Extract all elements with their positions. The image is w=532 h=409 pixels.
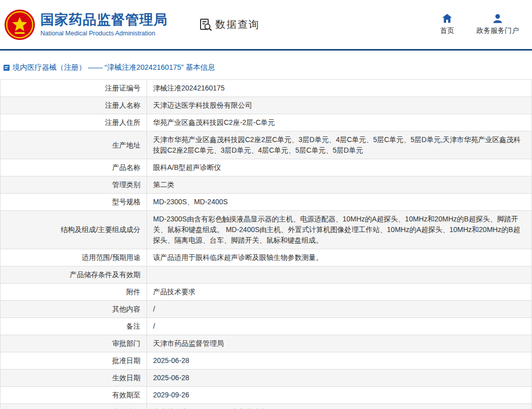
row-value: / bbox=[147, 301, 532, 318]
row-value: 产品技术要求 bbox=[147, 284, 532, 301]
row-label: 变更情况 bbox=[1, 404, 147, 409]
table-row: 批准日期 2025-06-28 bbox=[1, 352, 532, 370]
row-label: 管理类别 bbox=[1, 176, 147, 194]
table-row: 注册人名称 天津迈达医学科技股份有限公司 bbox=[1, 97, 532, 114]
row-label: 其他内容 bbox=[1, 301, 147, 318]
row-label: 生效日期 bbox=[1, 370, 147, 387]
row-value: 眼科A/B型超声诊断仪 bbox=[147, 159, 532, 176]
row-value: 2029-09-26 bbox=[147, 387, 532, 404]
house-icon bbox=[442, 14, 452, 23]
row-value: 天津市华苑产业区鑫茂科技园C2座2层C单元、3层D单元、4层C单元、5层C单元、… bbox=[147, 131, 532, 159]
table-row: 审批部门 天津市药品监督管理局 bbox=[1, 335, 532, 352]
row-value: 2025-06-28 bbox=[147, 370, 532, 387]
info-table-body: 注册证编号 津械注准20242160175 注册人名称 天津迈达医学科技股份有限… bbox=[1, 80, 532, 409]
row-label: 注册人住所 bbox=[1, 114, 147, 131]
row-label: 产品储存条件及有效期 bbox=[1, 266, 147, 284]
table-row: 产品储存条件及有效期 bbox=[1, 266, 532, 284]
row-label: 产品名称 bbox=[1, 159, 147, 176]
row-value: 该产品适用于眼科临床超声诊断及眼轴生物参数测量。 bbox=[147, 249, 532, 266]
portal-nav[interactable]: 政务服务门户 bbox=[476, 14, 519, 35]
row-label: 型号规格 bbox=[1, 194, 147, 211]
row-value: 天津市药品监督管理局 bbox=[147, 335, 532, 352]
table-row: 注册人住所 华苑产业区鑫茂科技园C2座-2层-C单元 bbox=[1, 114, 532, 131]
row-value bbox=[147, 266, 532, 284]
table-row: 生产地址 天津市华苑产业区鑫茂科技园C2座2层C单元、3层D单元、4层C单元、5… bbox=[1, 131, 532, 159]
data-query-label: 数据查询 bbox=[215, 18, 260, 31]
row-value: 津械注准20242160175 bbox=[147, 80, 532, 97]
data-query-nav[interactable]: 数据查询 bbox=[199, 18, 260, 31]
row-label: 注册证编号 bbox=[1, 80, 147, 97]
brand-text: 国家药品监督管理局 National Medical Products Admi… bbox=[40, 12, 168, 36]
row-value: 天津迈达医学科技股份有限公司 bbox=[147, 97, 532, 114]
table-row: 有效期至 2029-09-26 bbox=[1, 387, 532, 404]
row-label: 批准日期 bbox=[1, 352, 147, 370]
row-value: MD-2300S由含有彩色触摸液晶显示器的主机、电源适配器、10MHz的A超探头… bbox=[147, 211, 532, 249]
row-label: 备注 bbox=[1, 318, 147, 335]
row-label: 生产地址 bbox=[1, 131, 147, 159]
row-value: 生产地址变更 20250628,生产地址变更 20250628 bbox=[147, 404, 532, 409]
table-row: 变更情况 生产地址变更 20250628,生产地址变更 20250628 bbox=[1, 404, 532, 409]
row-value: 2025-06-28 bbox=[147, 352, 532, 370]
home-label: 首页 bbox=[440, 26, 454, 35]
registration-info-table: 注册证编号 津械注准20242160175 注册人名称 天津迈达医学科技股份有限… bbox=[0, 79, 532, 409]
table-row: 产品名称 眼科A/B型超声诊断仪 bbox=[1, 159, 532, 176]
row-value: MD-2300S、MD-2400S bbox=[147, 194, 532, 211]
table-row: 型号规格 MD-2300S、MD-2400S bbox=[1, 194, 532, 211]
row-label: 有效期至 bbox=[1, 387, 147, 404]
row-label: 适用范围/预期用途 bbox=[1, 249, 147, 266]
national-emblem-icon bbox=[4, 9, 35, 40]
row-label: 审批部门 bbox=[1, 335, 147, 352]
row-label: 附件 bbox=[1, 284, 147, 301]
person-icon bbox=[493, 14, 503, 23]
breadcrumb: 境内医疗器械（注册） —— “津械注准20242160175” 基本信息 bbox=[0, 51, 532, 79]
table-row: 生效日期 2025-06-28 bbox=[1, 370, 532, 387]
header-right-nav: 首页 政务服务门户 bbox=[435, 14, 526, 35]
org-name-en: National Medical Products Administration bbox=[40, 30, 168, 37]
brand[interactable]: 国家药品监督管理局 National Medical Products Admi… bbox=[4, 9, 168, 40]
document-search-icon bbox=[199, 18, 212, 31]
row-label: 注册人名称 bbox=[1, 97, 147, 114]
table-row: 适用范围/预期用途 该产品适用于眼科临床超声诊断及眼轴生物参数测量。 bbox=[1, 249, 532, 266]
row-value: 第二类 bbox=[147, 176, 532, 194]
portal-label: 政务服务门户 bbox=[476, 26, 519, 35]
table-row: 备注 / bbox=[1, 318, 532, 335]
breadcrumb-text: 境内医疗器械（注册） —— “津械注准20242160175” 基本信息 bbox=[13, 63, 215, 72]
row-value: 华苑产业区鑫茂科技园C2座-2层-C单元 bbox=[147, 114, 532, 131]
document-icon bbox=[3, 64, 10, 71]
row-label: 结构及组成/主要组成成分 bbox=[1, 211, 147, 249]
table-row: 其他内容 / bbox=[1, 301, 532, 318]
table-row: 管理类别 第二类 bbox=[1, 176, 532, 194]
row-value: / bbox=[147, 318, 532, 335]
table-row: 附件 产品技术要求 bbox=[1, 284, 532, 301]
table-row: 注册证编号 津械注准20242160175 bbox=[1, 80, 532, 97]
table-row: 结构及组成/主要组成成分 MD-2300S由含有彩色触摸液晶显示器的主机、电源适… bbox=[1, 211, 532, 249]
site-header: 国家药品监督管理局 National Medical Products Admi… bbox=[0, 0, 532, 49]
home-nav[interactable]: 首页 bbox=[435, 14, 459, 35]
org-name-cn: 国家药品监督管理局 bbox=[40, 12, 168, 28]
